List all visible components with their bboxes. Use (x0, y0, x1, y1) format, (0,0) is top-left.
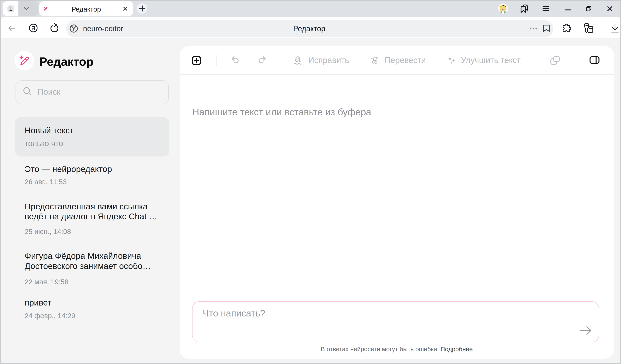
svg-text:а: а (295, 55, 301, 64)
svg-text:1: 1 (9, 5, 12, 12)
svg-text:Я: Я (31, 25, 35, 31)
